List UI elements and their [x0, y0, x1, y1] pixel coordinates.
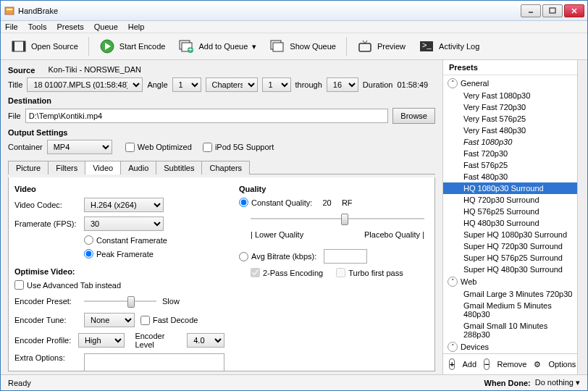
tab-picture[interactable]: Picture [8, 161, 49, 175]
tab-filters[interactable]: Filters [48, 161, 85, 175]
encoder-preset-slider[interactable] [84, 294, 156, 308]
menu-tools[interactable]: Tools [28, 22, 47, 31]
duration-value: 01:58:49 [397, 80, 428, 89]
preset-item[interactable]: Gmail Medium 5 Minutes 480p30 [443, 300, 577, 320]
show-queue-button[interactable]: Show Queue [265, 36, 340, 56]
preset-item[interactable]: Super HQ 1080p30 Surround [443, 229, 577, 240]
chapter-to-select[interactable]: 16 [327, 77, 358, 92]
avg-bitrate-input[interactable] [324, 249, 367, 264]
svg-rect-1 [7, 9, 12, 10]
tab-chapters[interactable]: Chapters [201, 161, 250, 175]
maximize-button[interactable] [542, 4, 563, 17]
range-mode-select[interactable]: Chapters [206, 77, 258, 92]
preset-item[interactable]: Gmail Large 3 Minutes 720p30 [443, 288, 577, 300]
add-to-queue-label: Add to Queue [198, 42, 248, 51]
browse-button[interactable]: Browse [392, 108, 435, 124]
destination-heading: Destination [8, 96, 435, 105]
tab-audio[interactable]: Audio [120, 161, 156, 175]
framerate-select[interactable]: 30 [84, 216, 164, 231]
status-bar: Ready When Done: Do nothing ▾ [1, 374, 587, 390]
preset-footer: +Add −Remove ⚙Options [443, 353, 577, 374]
peak-framerate-radio[interactable]: Peak Framerate [84, 249, 154, 258]
scrollbar[interactable] [577, 60, 587, 374]
title-label: Title [8, 80, 22, 89]
preset-list: ˄General Very Fast 1080p30 Very Fast 720… [443, 75, 577, 353]
open-source-label: Open Source [31, 42, 78, 51]
encoder-tune-select[interactable]: None [84, 313, 135, 327]
start-encode-label: Start Encode [119, 42, 166, 51]
preset-item[interactable]: Fast 720p30 [443, 148, 577, 159]
menu-presets[interactable]: Presets [56, 22, 83, 31]
source-heading: Source [8, 66, 35, 75]
add-preset-button[interactable]: Add [462, 360, 476, 369]
preset-item[interactable]: Very Fast 1080p30 [443, 90, 577, 101]
tab-subtitles[interactable]: Subtitles [156, 161, 202, 175]
when-done-select[interactable]: Do nothing ▾ [535, 378, 580, 387]
preset-item[interactable]: Very Fast 576p25 [443, 113, 577, 125]
through-label: through [295, 80, 322, 89]
preset-item[interactable]: Fast 480p30 [443, 171, 577, 182]
turbo-first-pass-check: Turbo first pass [336, 268, 403, 277]
rf-label: RF [342, 198, 353, 207]
title-select[interactable]: 18 01007.MPLS (01:58:48) [27, 77, 143, 92]
preset-group-general[interactable]: ˄General [443, 77, 577, 90]
play-icon [99, 39, 115, 54]
avg-bitrate-radio[interactable]: Avg Bitrate (kbps): [239, 249, 429, 264]
container-select[interactable]: MP4 [47, 140, 112, 154]
menu-file[interactable]: File [5, 22, 18, 31]
toolbar: Open Source Start Encode + Add to Queue … [1, 33, 587, 60]
preset-item[interactable]: Fast 576p25 [443, 159, 577, 171]
svg-rect-0 [5, 7, 14, 14]
preview-button[interactable]: Preview [353, 36, 410, 56]
preset-item[interactable]: HQ 576p25 Surround [443, 206, 577, 217]
preset-item[interactable]: Super HQ 480p30 Surround [443, 264, 577, 275]
advanced-tab-check[interactable]: Use Advanced Tab instead [14, 280, 224, 290]
ipod-support-check[interactable]: iPod 5G Support [203, 143, 274, 152]
encoder-profile-select[interactable]: High [78, 333, 125, 348]
preset-item[interactable]: Super HQ 576p25 Surround [443, 252, 577, 264]
preset-item[interactable]: Very Fast 720p30 [443, 101, 577, 113]
preset-item[interactable]: Very Fast 480p30 [443, 125, 577, 136]
container-label: Container [8, 143, 43, 151]
extra-options-input[interactable] [84, 353, 224, 371]
preset-options-button[interactable]: Options [548, 360, 576, 369]
tab-video[interactable]: Video [85, 161, 121, 175]
chapter-from-select[interactable]: 1 [262, 77, 291, 92]
duration-label: Duration [363, 80, 393, 89]
svg-rect-17 [359, 43, 371, 51]
two-pass-check: 2-Pass Encoding [251, 268, 323, 277]
minus-icon: − [484, 358, 490, 370]
preset-item-selected[interactable]: HQ 1080p30 Surround [443, 182, 577, 194]
collapse-icon: ˄ [448, 277, 458, 287]
preset-item[interactable]: HQ 480p30 Surround [443, 217, 577, 229]
web-optimized-check[interactable]: Web Optimized [125, 143, 192, 152]
queue-add-icon: + [178, 39, 194, 54]
preset-item[interactable]: Gmail Small 10 Minutes 288p30 [443, 320, 577, 340]
angle-label: Angle [147, 80, 167, 89]
menu-queue[interactable]: Queue [94, 22, 118, 31]
constant-framerate-radio[interactable]: Constant Framerate [84, 235, 167, 245]
quality-slider[interactable] [251, 211, 424, 226]
angle-select[interactable]: 1 [172, 77, 201, 92]
preset-group-web[interactable]: ˄Web [443, 275, 577, 288]
open-source-button[interactable]: Open Source [7, 36, 83, 56]
preset-item[interactable]: HQ 720p30 Surround [443, 194, 577, 206]
start-encode-button[interactable]: Start Encode [95, 36, 170, 56]
preset-item[interactable]: Super HQ 720p30 Surround [443, 240, 577, 252]
encoder-level-select[interactable]: 4.0 [187, 333, 224, 348]
preset-item[interactable]: Fast 1080p30 [443, 136, 577, 148]
menubar: File Tools Presets Queue Help [1, 21, 587, 33]
fps-label: Framerate (FPS): [14, 219, 78, 228]
video-codec-select[interactable]: H.264 (x264) [84, 198, 164, 212]
add-to-queue-button[interactable]: + Add to Queue ▾ [174, 36, 261, 56]
preview-label: Preview [377, 42, 406, 51]
activity-log-button[interactable]: >_ Activity Log [414, 36, 484, 56]
constant-quality-radio[interactable]: Constant Quality: 20 RF [239, 198, 429, 207]
menu-help[interactable]: Help [128, 22, 145, 31]
fast-decode-check[interactable]: Fast Decode [140, 316, 198, 325]
remove-preset-button[interactable]: Remove [497, 360, 526, 369]
destination-file-input[interactable] [25, 109, 389, 123]
close-button[interactable] [564, 4, 584, 17]
preset-group-devices[interactable]: ˄Devices [443, 340, 577, 353]
minimize-button[interactable] [521, 4, 541, 17]
